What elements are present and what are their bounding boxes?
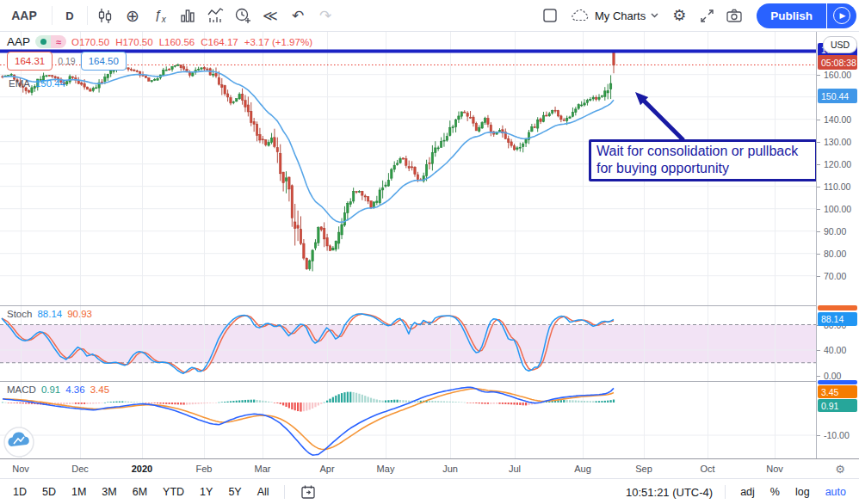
- month-label: Oct: [689, 459, 726, 479]
- adj-button[interactable]: adj: [732, 486, 763, 498]
- ema-legend: EMA 150.44: [9, 78, 65, 89]
- month-label: Sep: [625, 459, 663, 479]
- replay-button[interactable]: ≪: [256, 3, 284, 28]
- macd-signal-label: 3.45: [818, 385, 857, 398]
- redo-icon: ↷: [319, 9, 331, 23]
- auto-button[interactable]: auto: [818, 486, 854, 498]
- usd-label: USD: [831, 40, 850, 50]
- stoch-k-label: 88.14: [818, 312, 857, 326]
- main-legend: AAP ≈ O170.50 H170.50 L160.56 C164.17 +3…: [7, 35, 312, 48]
- snapshot-button[interactable]: [720, 3, 748, 28]
- range-button-5D[interactable]: 5D: [34, 486, 64, 498]
- templates-icon: [207, 7, 225, 24]
- symbol-search-button[interactable]: AAP: [0, 3, 48, 28]
- stoch-d-label: [818, 305, 857, 310]
- undo-button[interactable]: ↶: [284, 3, 312, 28]
- fullscreen-button[interactable]: [693, 3, 720, 28]
- compare-button[interactable]: ⊕: [119, 3, 146, 28]
- month-label: Nov: [2, 459, 40, 479]
- range-button-All[interactable]: All: [250, 486, 277, 498]
- market-status-pill[interactable]: ≈: [35, 35, 66, 48]
- axis-tick-label: 160.00: [817, 70, 859, 80]
- month-label: Apr: [308, 459, 346, 479]
- macd-chart-svg[interactable]: [0, 382, 816, 458]
- calendar-icon: [300, 484, 316, 500]
- usd-button[interactable]: USD: [823, 36, 857, 53]
- range-button-5Y[interactable]: 5Y: [220, 486, 249, 498]
- annotation-arrow[interactable]: [635, 92, 683, 140]
- clock-label[interactable]: 10:51:21 (UTC-4): [626, 486, 713, 499]
- axis-tick-label: 100.00: [817, 204, 859, 214]
- stoch-name[interactable]: Stoch: [7, 309, 32, 319]
- interval-button[interactable]: D: [56, 3, 83, 28]
- layout-button[interactable]: [536, 3, 564, 28]
- legend-symbol[interactable]: AAP: [7, 35, 30, 48]
- trading-chart-app: AAP D ⊕ ƒx: [0, 0, 859, 504]
- ema-price-label: 150.44: [818, 89, 857, 103]
- price-axis[interactable]: 170.50 USD 05:08:38 150.44 88.14 3.45 0.…: [817, 31, 859, 458]
- range-button-6M[interactable]: 6M: [125, 486, 155, 498]
- axis-tick-label: 0.00: [817, 371, 859, 381]
- layout-icon: [542, 8, 558, 23]
- pane-separator[interactable]: [0, 305, 859, 306]
- bid-label: 164.31: [7, 52, 53, 71]
- macd-hist-label: 0.91: [818, 399, 857, 412]
- month-label: Jun: [431, 459, 469, 479]
- percent-button[interactable]: %: [763, 486, 788, 498]
- annotation-line2: for buying opportunity: [596, 160, 810, 177]
- fx-icon: ƒx: [154, 7, 165, 24]
- publish-menu-button[interactable]: ▶: [827, 3, 856, 28]
- macd-line-label: [818, 380, 857, 384]
- my-charts-button[interactable]: My Charts: [564, 3, 665, 28]
- toolbar-divider: [87, 6, 88, 25]
- stoch-chart-svg[interactable]: [0, 306, 816, 381]
- log-button[interactable]: log: [788, 486, 818, 498]
- annotation-box[interactable]: Wait for consolidation or pullback for b…: [589, 139, 818, 181]
- countdown-label: 05:08:38: [818, 55, 857, 70]
- settings-button[interactable]: ⚙: [665, 3, 693, 28]
- month-label: Dec: [61, 459, 99, 479]
- indicator-templates-button[interactable]: [201, 3, 229, 28]
- publish-label: Publish: [770, 9, 813, 22]
- macd-name[interactable]: MACD: [7, 384, 36, 395]
- alert-button[interactable]: [229, 3, 256, 28]
- time-axis-gear-icon[interactable]: ⚙: [835, 459, 845, 479]
- axis-tick-label: 90.00: [817, 226, 859, 237]
- my-charts-label: My Charts: [595, 9, 646, 22]
- range-button-1M[interactable]: 1M: [64, 486, 94, 498]
- ema-name[interactable]: EMA: [9, 78, 30, 89]
- indicators-button[interactable]: ƒx: [146, 3, 174, 28]
- financials-icon: [179, 7, 196, 24]
- annotation-line1: Wait for consolidation or pullback: [596, 143, 810, 160]
- ohlc-open: O170.50: [71, 37, 109, 47]
- candle-style-button[interactable]: [91, 3, 119, 28]
- camera-icon: [726, 8, 743, 23]
- fullscreen-icon: [699, 8, 715, 24]
- financials-button[interactable]: [174, 3, 201, 28]
- macd-legend: MACD 0.91 4.36 3.45: [7, 384, 109, 395]
- range-button-YTD[interactable]: YTD: [155, 486, 192, 498]
- market-open-icon: [35, 35, 51, 48]
- range-button-1Y[interactable]: 1Y: [192, 486, 220, 498]
- goto-date-button[interactable]: [292, 484, 324, 500]
- pane-separator[interactable]: [0, 381, 859, 382]
- bid-ask-row: 164.31 0.19 164.50: [7, 52, 127, 71]
- range-buttons: 1D5D1M3M6MYTD1Y5YAll: [5, 486, 277, 498]
- axis-tick-label: 110.00: [817, 181, 859, 192]
- macd-signal-value: 3.45: [90, 384, 109, 395]
- macd-hist-value: 0.91: [41, 384, 60, 395]
- ema-value: 150.44: [35, 78, 65, 89]
- delayed-data-icon: ≈: [51, 35, 66, 48]
- undo-icon: ↶: [292, 9, 304, 23]
- publish-button[interactable]: Publish: [757, 3, 826, 28]
- time-axis[interactable]: ⚙ NovDec2020FebMarAprMayJunJulAugSepOctN…: [0, 458, 859, 479]
- range-button-3M[interactable]: 3M: [94, 486, 124, 498]
- bottom-toolbar: 1D5D1M3M6MYTD1Y5YAll 10:51:21 (UTC-4) ad…: [0, 478, 859, 504]
- month-label: Feb: [185, 459, 223, 479]
- axis-tick-label: 80.00: [817, 249, 859, 259]
- range-button-1D[interactable]: 1D: [5, 486, 34, 498]
- spread-label: 0.19: [58, 56, 75, 66]
- cloud-icon: [571, 9, 590, 22]
- redo-button[interactable]: ↷: [312, 3, 339, 28]
- chevron-down-icon: [651, 13, 658, 18]
